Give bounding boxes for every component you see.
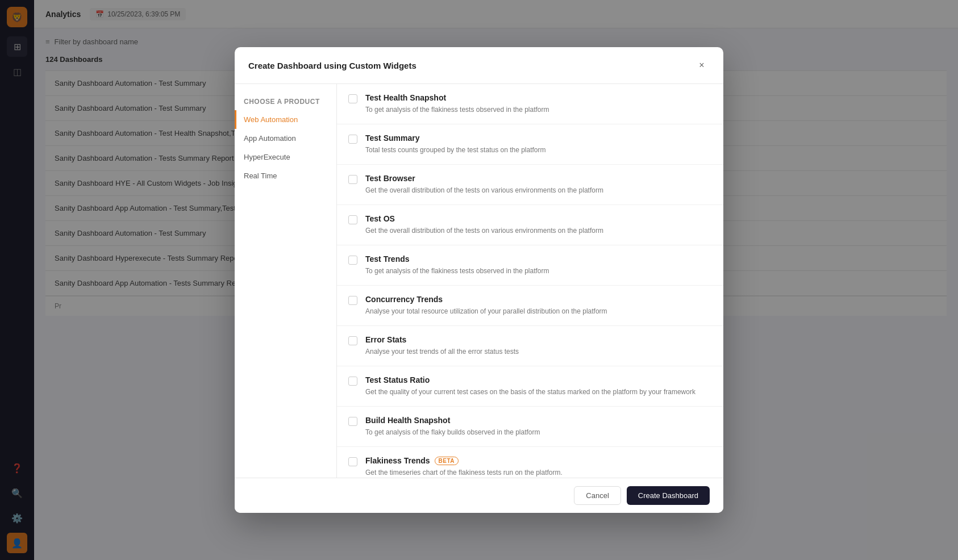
widget-name-row-9: Flakiness TrendsBETA [365,456,712,465]
widget-name-row-6: Error Stats [365,335,712,344]
widget-desc-7: Get the quality of your current test cas… [365,387,712,397]
widget-name-row-3: Test OS [365,214,712,223]
widget-name-text-1: Test Summary [365,133,419,143]
widget-name-text-9: Flakiness Trends [365,456,430,465]
modal-title: Create Dashboard using Custom Widgets [248,61,416,70]
modal-close-button[interactable]: × [694,57,710,73]
widget-name-row-0: Test Health Snapshot [365,93,712,102]
widget-checkbox-4[interactable] [348,256,357,265]
widget-name-text-5: Concurrency Trends [365,295,443,304]
widget-name-row-8: Build Health Snapshot [365,416,712,425]
modal-product-sidebar: Choose a Product Web AutomationApp Autom… [235,84,337,478]
widget-desc-4: To get analysis of the flakiness tests o… [365,266,712,276]
widget-desc-6: Analyse your test trends of all the erro… [365,346,712,357]
widget-checkbox-2[interactable] [348,175,357,184]
modal-sidebar-item-hyperexecute[interactable]: HyperExecute [235,148,336,166]
widget-name-text-0: Test Health Snapshot [365,93,446,102]
widget-name-text-4: Test Trends [365,254,410,264]
widget-checkbox-7[interactable] [348,377,357,386]
widget-name-text-7: Test Status Ratio [365,375,430,385]
cancel-button[interactable]: Cancel [574,486,620,505]
widget-checkbox-6[interactable] [348,336,357,345]
create-dashboard-button[interactable]: Create Dashboard [627,486,710,505]
widget-info-9: Flakiness TrendsBETAGet the timeseries c… [365,456,712,478]
modal-header: Create Dashboard using Custom Widgets × [235,47,723,84]
widget-name-row-5: Concurrency Trends [365,295,712,304]
widget-name-text-3: Test OS [365,214,395,223]
modal-widget-list: Test Health SnapshotTo get analysis of t… [337,84,723,478]
widget-item-2: Test BrowserGet the overall distribution… [337,165,723,205]
widget-name-row-7: Test Status Ratio [365,375,712,385]
widget-info-5: Concurrency TrendsAnalyse your total res… [365,295,712,316]
widget-desc-1: Total tests counts grouped by the test s… [365,145,712,155]
widget-item-7: Test Status RatioGet the quality of your… [337,366,723,407]
widget-desc-5: Analyse your total resource utilization … [365,306,712,316]
widget-info-6: Error StatsAnalyse your test trends of a… [365,335,712,357]
modal-sidebar-item-web-automation[interactable]: Web Automation [235,110,336,129]
widget-checkbox-3[interactable] [348,215,357,224]
modal-footer: Cancel Create Dashboard [235,478,723,513]
widget-checkbox-1[interactable] [348,135,357,144]
widget-info-2: Test BrowserGet the overall distribution… [365,174,712,195]
widget-desc-2: Get the overall distribution of the test… [365,185,712,195]
beta-badge-9: BETA [435,457,459,465]
widget-item-9: Flakiness TrendsBETAGet the timeseries c… [337,447,723,478]
widget-name-text-8: Build Health Snapshot [365,416,450,425]
widget-checkbox-8[interactable] [348,417,357,426]
widget-info-3: Test OSGet the overall distribution of t… [365,214,712,236]
widget-info-8: Build Health SnapshotTo get analysis of … [365,416,712,437]
widget-name-text-2: Test Browser [365,174,415,183]
widget-checkbox-0[interactable] [348,94,357,103]
widget-name-row-4: Test Trends [365,254,712,264]
widget-info-7: Test Status RatioGet the quality of your… [365,375,712,397]
modal-overlay: Create Dashboard using Custom Widgets × … [0,0,958,560]
widget-checkbox-9[interactable] [348,457,357,466]
modal-body: Choose a Product Web AutomationApp Autom… [235,84,723,478]
widget-name-row-2: Test Browser [365,174,712,183]
modal-sidebar-item-real-time[interactable]: Real Time [235,166,336,185]
widget-desc-0: To get analysis of the flakiness tests o… [365,105,712,115]
widget-item-3: Test OSGet the overall distribution of t… [337,205,723,245]
widget-item-5: Concurrency TrendsAnalyse your total res… [337,286,723,326]
widget-name-row-1: Test Summary [365,133,712,143]
widget-desc-9: Get the timeseries chart of the flakines… [365,467,712,478]
widget-info-4: Test TrendsTo get analysis of the flakin… [365,254,712,276]
widget-info-0: Test Health SnapshotTo get analysis of t… [365,93,712,115]
widget-item-4: Test TrendsTo get analysis of the flakin… [337,245,723,286]
widget-checkbox-5[interactable] [348,296,357,305]
widget-item-6: Error StatsAnalyse your test trends of a… [337,326,723,366]
widget-item-0: Test Health SnapshotTo get analysis of t… [337,84,723,124]
widget-desc-8: To get analysis of the flaky builds obse… [365,427,712,437]
modal: Create Dashboard using Custom Widgets × … [235,47,723,513]
widget-name-text-6: Error Stats [365,335,406,344]
product-section-label: Choose a Product [235,93,336,110]
modal-sidebar-item-app-automation[interactable]: App Automation [235,129,336,148]
widget-item-8: Build Health SnapshotTo get analysis of … [337,407,723,447]
widget-item-1: Test SummaryTotal tests counts grouped b… [337,124,723,165]
widget-desc-3: Get the overall distribution of the test… [365,225,712,236]
widget-info-1: Test SummaryTotal tests counts grouped b… [365,133,712,155]
